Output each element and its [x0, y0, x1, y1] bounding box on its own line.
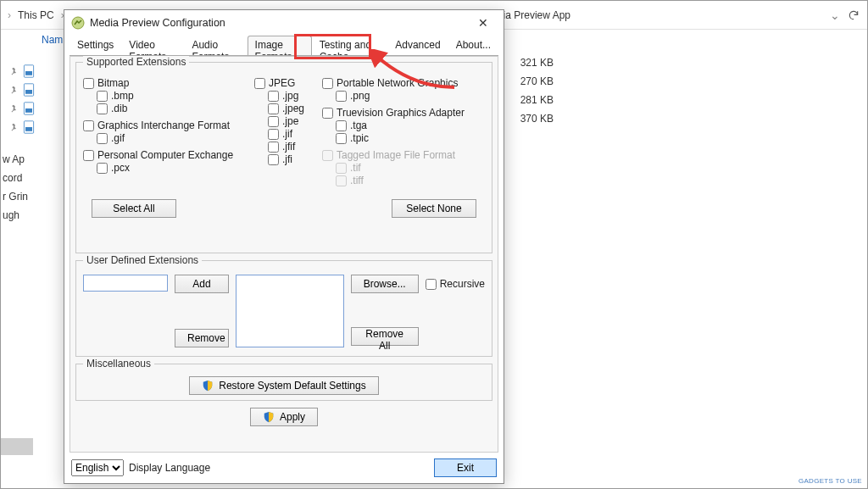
group-title: Supported Extensions — [83, 56, 189, 68]
label: Portable Network Graphics — [337, 77, 458, 89]
label: Bitmap — [97, 77, 129, 89]
label: .tiff — [350, 175, 364, 186]
check-bmp[interactable]: .bmp — [97, 90, 246, 102]
select-none-button[interactable]: Select None — [392, 199, 476, 218]
svg-rect-5 — [25, 108, 32, 113]
language-select[interactable]: English — [71, 459, 124, 476]
add-button[interactable]: Add — [175, 275, 229, 293]
tab-strip: Settings Video Formats Audio Formats Ima… — [64, 36, 504, 56]
checkbox[interactable] — [268, 142, 279, 153]
check-tif: .tif — [336, 162, 485, 174]
check-jif[interactable]: .jif — [268, 128, 314, 140]
checkbox[interactable] — [268, 154, 279, 165]
select-all-button[interactable]: Select All — [92, 199, 176, 218]
pinned-files — [9, 62, 60, 136]
check-gif[interactable]: .gif — [97, 132, 246, 144]
tab-audio-formats[interactable]: Audio Formats — [184, 36, 247, 56]
sidebar-fragment: w Ap cord r Grin ugh — [1, 153, 33, 228]
label: .tpic — [350, 132, 369, 144]
check-png[interactable]: .png — [336, 90, 485, 102]
checkbox[interactable] — [97, 133, 108, 144]
checkbox[interactable] — [97, 91, 108, 102]
tab-image-formats[interactable]: Image Formats — [248, 36, 312, 56]
label: Graphics Interchange Format — [97, 119, 230, 131]
remove-button[interactable]: Remove — [175, 329, 229, 347]
checkbox[interactable] — [336, 91, 347, 102]
check-jpe[interactable]: .jpe — [268, 115, 314, 127]
check-bitmap[interactable]: Bitmap — [83, 77, 246, 89]
check-jpeg[interactable]: .jpeg — [268, 103, 314, 114]
tab-video-formats[interactable]: Video Formats — [121, 36, 184, 56]
checkbox[interactable] — [83, 150, 94, 161]
checkbox[interactable] — [426, 279, 437, 290]
extension-input[interactable] — [83, 275, 168, 292]
label: .jfif — [282, 141, 295, 153]
remove-all-button[interactable]: Remove All — [351, 327, 419, 346]
check-pcx[interactable]: .pcx — [97, 162, 246, 174]
browse-button[interactable]: Browse... — [351, 275, 419, 293]
table-row[interactable]: 321 KB — [491, 53, 660, 72]
table-row[interactable]: 270 KB — [491, 72, 660, 91]
close-icon[interactable]: ✕ — [466, 13, 500, 33]
exit-button[interactable]: Exit — [434, 458, 497, 477]
apply-button[interactable]: Apply — [250, 408, 318, 426]
check-jpeg-format[interactable]: JPEG — [254, 77, 314, 89]
check-jfi[interactable]: .jfi — [268, 153, 314, 165]
check-tga-format[interactable]: Truevision Graphics Adapter — [322, 107, 485, 119]
list-item[interactable] — [9, 99, 60, 118]
checkbox[interactable] — [83, 120, 94, 131]
dialog-titlebar[interactable]: Media Preview Configuration ✕ — [64, 10, 504, 36]
check-pcx-format[interactable]: Personal Computer Exchange — [83, 149, 246, 161]
label: Tagged Image File Format — [337, 149, 455, 161]
table-row[interactable]: 281 KB — [491, 91, 660, 109]
list-item[interactable] — [9, 62, 60, 81]
checkbox[interactable] — [97, 103, 108, 114]
checkbox[interactable] — [322, 78, 333, 89]
format-column-3: Portable Network Graphics .png Truevisio… — [322, 76, 485, 187]
check-gif-format[interactable]: Graphics Interchange Format — [83, 119, 246, 131]
format-column-1: Bitmap .bmp .dib Graphics Interchange Fo… — [83, 76, 246, 187]
checkbox[interactable] — [83, 78, 94, 89]
refresh-icon[interactable] — [845, 7, 862, 24]
column-name[interactable]: Nam — [42, 34, 63, 46]
list-item[interactable] — [9, 81, 60, 99]
checkbox[interactable] — [254, 78, 265, 89]
list-item[interactable] — [9, 118, 60, 136]
checkbox[interactable] — [268, 103, 279, 114]
check-tpic[interactable]: .tpic — [336, 132, 485, 144]
checkbox[interactable] — [336, 133, 347, 144]
label: .bmp — [111, 90, 134, 102]
check-jfif[interactable]: .jfif — [268, 141, 314, 153]
checkbox[interactable] — [268, 91, 279, 102]
check-jpg[interactable]: .jpg — [268, 90, 314, 102]
checkbox[interactable] — [336, 120, 347, 131]
tab-testing-cache[interactable]: Testing and Cache — [312, 36, 388, 56]
svg-rect-1 — [25, 71, 32, 75]
sidebar-item[interactable]: cord — [1, 172, 33, 191]
dialog-footer: English Display Language Exit — [71, 456, 497, 480]
breadcrumb-this-pc[interactable]: This PC — [13, 9, 59, 21]
sidebar-item[interactable]: w Ap — [1, 153, 33, 172]
restore-defaults-button[interactable]: Restore System Default Settings — [189, 376, 378, 395]
checkbox[interactable] — [268, 116, 279, 127]
check-recursive[interactable]: Recursive — [426, 278, 485, 290]
tab-advanced[interactable]: Advanced — [387, 36, 448, 56]
chevron-down-icon[interactable]: ⌄ — [830, 8, 838, 22]
label: .pcx — [111, 162, 130, 174]
sidebar-item[interactable]: ugh — [1, 209, 33, 228]
tab-about[interactable]: About... — [448, 36, 498, 56]
extensions-listbox[interactable] — [236, 275, 344, 347]
check-dib[interactable]: .dib — [97, 103, 246, 114]
check-tga[interactable]: .tga — [336, 119, 485, 131]
table-row[interactable]: 370 KB — [491, 109, 660, 128]
checkbox[interactable] — [97, 163, 108, 174]
svg-rect-3 — [25, 90, 32, 94]
check-png-format[interactable]: Portable Network Graphics — [322, 77, 485, 89]
tab-settings[interactable]: Settings — [70, 36, 121, 56]
app-icon — [71, 16, 85, 30]
checkbox[interactable] — [268, 129, 279, 140]
pin-icon — [9, 86, 18, 94]
sidebar-item[interactable]: r Grin — [1, 191, 33, 209]
label: .dib — [111, 103, 127, 114]
checkbox[interactable] — [322, 108, 333, 119]
